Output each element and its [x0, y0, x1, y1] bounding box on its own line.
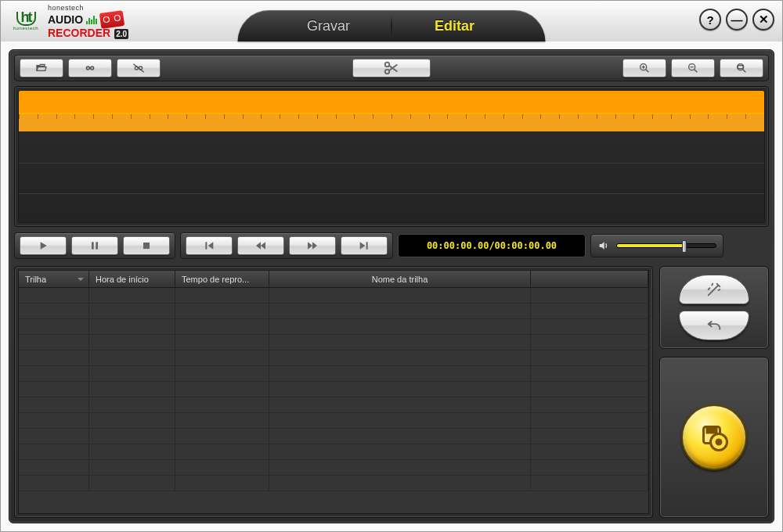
forward-icon — [306, 239, 319, 252]
forward-button[interactable] — [289, 236, 336, 255]
svg-rect-14 — [366, 242, 368, 249]
close-button[interactable]: ✕ — [752, 9, 774, 31]
zoom-fit-button[interactable] — [720, 59, 763, 77]
col-track[interactable]: Trilha — [19, 271, 89, 287]
waveform-panel — [14, 86, 769, 227]
mode-tabs: Gravar Editar — [238, 10, 546, 41]
skip-start-icon — [203, 239, 215, 252]
rewind-icon — [254, 239, 267, 252]
equalizer-icon — [86, 15, 97, 24]
help-button[interactable]: ? — [699, 9, 721, 31]
effects-button[interactable] — [679, 275, 749, 304]
table-row[interactable] — [19, 397, 648, 413]
undo-icon — [705, 317, 723, 334]
volume-slider[interactable] — [616, 243, 716, 248]
marker-add-icon — [84, 62, 96, 74]
svg-rect-16 — [707, 427, 716, 433]
track-list-panel: Trilha Hora de início Tempo de repro... … — [14, 266, 653, 518]
titlebar: ht honestech honestech AUDIO RECORDER 2.… — [1, 1, 782, 41]
table-row[interactable] — [19, 382, 648, 397]
tab-edit[interactable]: Editar — [392, 10, 518, 41]
rewind-button[interactable] — [237, 236, 284, 255]
zoom-out-button[interactable] — [671, 59, 715, 77]
version-badge: 2.0 — [114, 29, 128, 39]
volume-thumb[interactable] — [682, 240, 687, 253]
remove-marker-button[interactable] — [117, 59, 161, 77]
total-time: 00:00:00.00 — [495, 241, 557, 250]
table-row[interactable] — [19, 460, 648, 476]
track-table: Trilha Hora de início Tempo de repro... … — [18, 270, 649, 514]
zoom-in-icon — [638, 62, 651, 74]
svg-rect-13 — [205, 242, 207, 249]
cut-button[interactable] — [352, 59, 431, 77]
play-button[interactable] — [20, 236, 67, 255]
time-ruler[interactable] — [19, 114, 764, 131]
open-file-button[interactable] — [20, 59, 63, 77]
pause-button[interactable] — [71, 236, 118, 255]
insert-marker-button[interactable] — [68, 59, 112, 77]
table-row[interactable] — [19, 413, 648, 429]
content-area: 00:00:00.00 / 00:00:00.00 — [1, 41, 782, 531]
folder-open-icon — [35, 62, 48, 74]
side-actions — [659, 266, 769, 518]
skip-start-button[interactable] — [186, 236, 233, 255]
effects-block — [659, 266, 769, 349]
play-icon — [37, 239, 49, 252]
time-display: 00:00:00.00 / 00:00:00.00 — [398, 234, 586, 257]
undo-button[interactable] — [679, 311, 749, 340]
table-row[interactable] — [19, 444, 648, 460]
pause-icon — [88, 239, 101, 252]
volume-fill — [617, 244, 684, 247]
table-row[interactable] — [19, 429, 648, 444]
track-table-header: Trilha Hora de início Tempo de repro... … — [19, 271, 648, 288]
scissors-icon — [383, 59, 400, 77]
ht-subtext: honestech — [13, 26, 38, 31]
minimize-button[interactable]: — — [726, 9, 748, 31]
stop-button[interactable] — [123, 236, 170, 255]
svg-rect-9 — [738, 66, 743, 69]
table-row[interactable] — [19, 335, 648, 350]
waveform-canvas[interactable] — [18, 90, 765, 223]
ht-mark-icon: ht honestech — [9, 10, 43, 32]
skip-end-button[interactable] — [341, 236, 388, 255]
tab-record[interactable]: Gravar — [266, 10, 392, 41]
product-name: honestech AUDIO RECORDER 2.0 — [48, 5, 128, 38]
svg-rect-11 — [96, 242, 98, 249]
col-start-time[interactable]: Hora de início — [89, 271, 175, 287]
window-controls: ? — ✕ — [699, 9, 774, 31]
current-time: 00:00:00.00 — [427, 241, 489, 250]
table-row[interactable] — [19, 288, 648, 304]
time-separator: / — [489, 241, 494, 250]
table-row[interactable] — [19, 366, 648, 382]
transport-bar: 00:00:00.00 / 00:00:00.00 — [14, 232, 769, 260]
edit-toolbar — [14, 55, 769, 81]
track-table-body[interactable] — [19, 288, 648, 513]
cassette-icon — [99, 10, 124, 29]
product-word-audio: AUDIO — [48, 14, 83, 25]
save-burn-button[interactable] — [681, 404, 747, 470]
svg-point-18 — [716, 440, 721, 444]
col-duration[interactable]: Tempo de repro... — [175, 271, 269, 287]
col-track-name[interactable]: Nome da trilha — [269, 271, 531, 287]
magic-wand-icon — [705, 281, 723, 298]
marker-remove-icon — [132, 62, 145, 74]
zoom-in-button[interactable] — [622, 59, 666, 77]
lower-section: Trilha Hora de início Tempo de repro... … — [14, 266, 769, 518]
ht-mark-text: ht — [16, 12, 36, 26]
table-row[interactable] — [19, 350, 648, 366]
seek-controls — [180, 232, 393, 259]
app-window: ht honestech honestech AUDIO RECORDER 2.… — [0, 0, 783, 532]
app-logo: ht honestech honestech AUDIO RECORDER 2.… — [1, 5, 128, 38]
speaker-icon — [597, 239, 610, 252]
svg-rect-10 — [92, 242, 94, 249]
stop-icon — [140, 239, 153, 252]
table-row[interactable] — [19, 476, 648, 491]
col-extra[interactable] — [531, 271, 648, 287]
zoom-fit-icon — [735, 62, 748, 74]
waveform-selection-bar — [19, 91, 764, 114]
table-row[interactable] — [19, 304, 648, 319]
table-row[interactable] — [19, 319, 648, 335]
playback-controls — [14, 232, 175, 259]
save-disc-icon — [697, 420, 731, 455]
save-block — [659, 357, 769, 518]
